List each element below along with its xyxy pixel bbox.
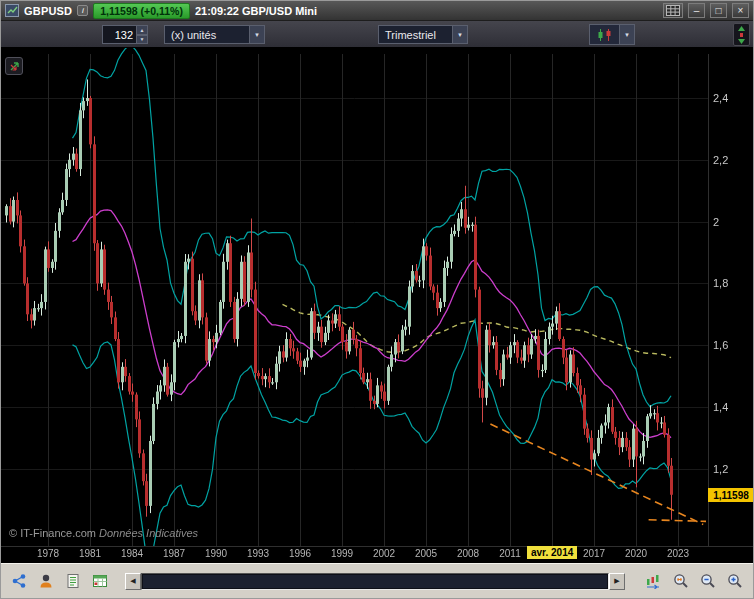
- units-count-input[interactable]: [102, 25, 136, 44]
- units-type-dropdown[interactable]: (x) unités ▼: [164, 25, 265, 44]
- trading-chart-window: GBPUSD i 1,11598 (+0,11%) 21:09:22 GBP/U…: [0, 0, 754, 599]
- minimize-button[interactable]: –: [688, 3, 705, 18]
- bottom-toolbar: ◀ ▶: [1, 563, 753, 598]
- stepper-down-icon[interactable]: ▼: [136, 35, 148, 45]
- last-price-badge: 1,11598: [708, 488, 753, 502]
- zoom-fit-icon[interactable]: [669, 569, 693, 593]
- chart-toolbar: ▲ ▼ (x) unités ▼ Trimestriel ▼ ▼: [1, 21, 753, 48]
- scrollbar-track[interactable]: [141, 573, 609, 590]
- share-icon[interactable]: [7, 569, 31, 593]
- timeframe-dropdown[interactable]: Trimestriel ▼: [378, 25, 468, 44]
- zoom-out-icon[interactable]: [696, 569, 720, 593]
- workspace-grid-icon[interactable]: [663, 3, 683, 18]
- price-chart-canvas[interactable]: [1, 48, 753, 563]
- maximize-button[interactable]: □: [710, 3, 727, 18]
- scroll-left-icon[interactable]: ◀: [125, 573, 141, 590]
- chart-style-button[interactable]: ▼: [589, 24, 635, 45]
- info-icon[interactable]: i: [77, 5, 88, 16]
- vertical-scale-icon[interactable]: [733, 23, 750, 46]
- titlebar[interactable]: GBPUSD i 1,11598 (+0,11%) 21:09:22 GBP/U…: [1, 1, 753, 21]
- units-type-label: (x) unités: [165, 29, 249, 41]
- candlestick-style-icon: [590, 28, 619, 42]
- timeframe-label: Trimestriel: [379, 29, 452, 41]
- watermark-note: Données Indicatives: [99, 527, 198, 539]
- scroll-right-icon[interactable]: ▶: [609, 573, 625, 590]
- buy-sell-arrows-icon[interactable]: [5, 57, 23, 75]
- zoom-in-icon[interactable]: [723, 569, 747, 593]
- units-count-stepper: ▲ ▼: [136, 25, 148, 44]
- watermark: © IT-Finance.com Données Indicatives: [9, 527, 198, 539]
- chevron-down-icon[interactable]: ▼: [619, 25, 634, 44]
- user-icon[interactable]: [34, 569, 58, 593]
- report-document-icon[interactable]: [61, 569, 85, 593]
- portfolio-table-icon[interactable]: [88, 569, 112, 593]
- selected-date-badge: avr. 2014: [527, 546, 577, 559]
- chevron-down-icon: ▼: [249, 26, 264, 43]
- price-change-badge: 1,11598 (+0,11%): [93, 3, 190, 19]
- stepper-up-icon[interactable]: ▲: [136, 25, 148, 35]
- scrollbar-thumb[interactable]: [143, 575, 607, 588]
- watermark-text: © IT-Finance.com: [9, 527, 96, 539]
- clock-and-instrument-label: 21:09:22 GBP/USD Mini: [195, 5, 317, 17]
- close-button[interactable]: ×: [732, 3, 749, 18]
- chart-area[interactable]: © IT-Finance.com Données Indicatives 1,1…: [1, 48, 753, 563]
- symbol-title: GBPUSD: [24, 5, 72, 17]
- chart-window-icon: [5, 4, 19, 17]
- show-all-history-icon[interactable]: [642, 569, 666, 593]
- horizontal-scrollbar[interactable]: ◀ ▶: [125, 573, 625, 590]
- chevron-down-icon: ▼: [452, 26, 467, 43]
